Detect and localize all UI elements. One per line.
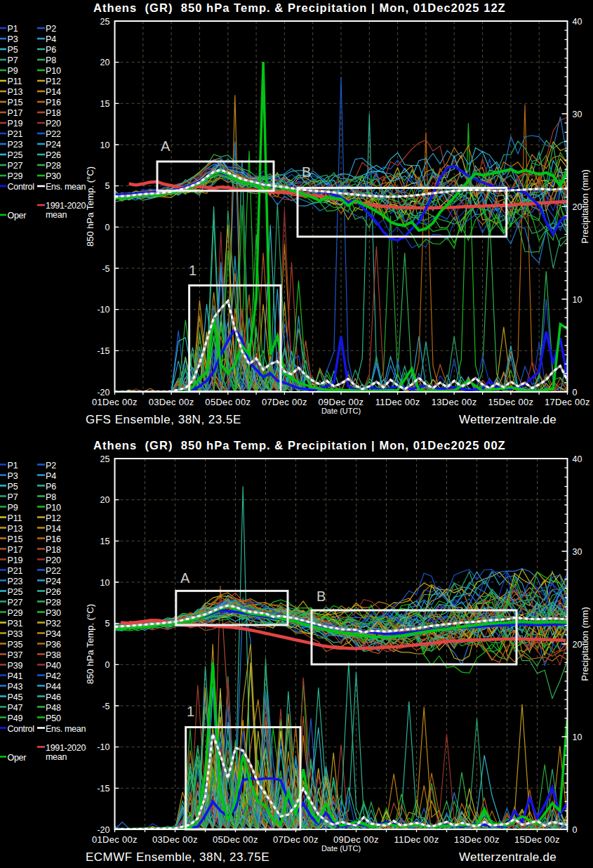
svg-text:P14: P14 (46, 87, 61, 97)
svg-text:1991-2020: 1991-2020 (46, 201, 86, 211)
svg-text:P5: P5 (8, 45, 18, 55)
svg-text:P9: P9 (8, 66, 18, 76)
svg-text:15Dec 00z: 15Dec 00z (488, 397, 533, 407)
svg-text:P37: P37 (8, 650, 23, 660)
svg-text:P22: P22 (46, 129, 61, 139)
svg-text:-10: -10 (97, 742, 109, 752)
svg-text:Date (UTC): Date (UTC) (321, 844, 361, 853)
svg-text:P24: P24 (46, 577, 61, 586)
svg-text:15: 15 (100, 99, 110, 109)
svg-text:P11: P11 (8, 77, 22, 86)
svg-text:P50: P50 (46, 714, 61, 723)
svg-text:P8: P8 (46, 492, 56, 502)
svg-text:1: 1 (187, 704, 194, 719)
svg-text:P12: P12 (46, 513, 61, 523)
svg-text:13Dec 00z: 13Dec 00z (454, 834, 500, 845)
svg-text:P36: P36 (46, 640, 61, 650)
svg-text:P15: P15 (8, 98, 23, 107)
svg-text:P23: P23 (8, 140, 23, 150)
svg-text:Wetterzentrale.de: Wetterzentrale.de (459, 850, 557, 864)
svg-text:20: 20 (100, 58, 110, 67)
svg-text:P24: P24 (46, 140, 61, 150)
svg-text:P2: P2 (46, 24, 56, 34)
svg-text:P9: P9 (8, 503, 18, 513)
svg-text:P39: P39 (8, 661, 23, 671)
svg-text:-15: -15 (97, 346, 109, 356)
svg-text:17Dec 00z: 17Dec 00z (545, 397, 590, 407)
svg-text:Athens (GR) 850 hPa Temp. &: Athens (GR) 850 hPa Temp. & Precipitatio… (93, 1, 506, 14)
svg-text:P40: P40 (46, 661, 61, 671)
svg-text:10: 10 (573, 732, 582, 742)
svg-text:P29: P29 (8, 608, 23, 618)
svg-text:Wetterzentrale.de: Wetterzentrale.de (459, 413, 557, 426)
svg-text:P38: P38 (46, 650, 61, 660)
svg-text:P12: P12 (46, 77, 61, 86)
svg-text:15Dec 00z: 15Dec 00z (514, 834, 560, 845)
svg-text:P20: P20 (46, 555, 61, 565)
svg-text:P33: P33 (8, 629, 23, 639)
svg-text:11Dec 00z: 11Dec 00z (375, 397, 420, 407)
svg-text:B: B (317, 588, 326, 604)
svg-text:P28: P28 (46, 161, 61, 171)
svg-text:Ens. mean: Ens. mean (46, 182, 86, 192)
svg-text:P43: P43 (8, 682, 23, 692)
svg-text:P5: P5 (8, 482, 18, 492)
svg-text:P1: P1 (8, 24, 18, 34)
svg-text:P35: P35 (8, 640, 23, 650)
svg-text:850 hPa Temp. (°C): 850 hPa Temp. (°C) (85, 166, 95, 246)
svg-text:40: 40 (573, 454, 582, 464)
svg-text:Athens (GR) 850 hPa Temp. &: Athens (GR) 850 hPa Temp. & Precipitatio… (93, 439, 506, 452)
svg-text:P27: P27 (8, 598, 23, 607)
svg-text:03Dec 00z: 03Dec 00z (149, 397, 194, 407)
svg-text:mean: mean (46, 752, 67, 762)
svg-text:P23: P23 (8, 577, 23, 586)
svg-text:P42: P42 (46, 671, 61, 681)
svg-text:P10: P10 (46, 66, 61, 76)
svg-text:P7: P7 (8, 492, 18, 502)
svg-text:P17: P17 (8, 545, 23, 555)
svg-text:P27: P27 (8, 161, 23, 171)
svg-text:P18: P18 (46, 108, 61, 118)
svg-text:25: 25 (100, 17, 110, 27)
svg-text:P15: P15 (8, 534, 23, 544)
svg-text:P41: P41 (8, 671, 23, 681)
svg-text:-5: -5 (102, 702, 109, 711)
svg-text:P29: P29 (8, 171, 23, 181)
svg-text:P4: P4 (46, 471, 56, 481)
svg-text:0: 0 (105, 660, 110, 670)
svg-text:P32: P32 (46, 619, 61, 629)
svg-text:P18: P18 (46, 545, 61, 555)
svg-text:850 hPa Temp. (°C): 850 hPa Temp. (°C) (85, 604, 95, 684)
svg-text:01Dec 00z: 01Dec 00z (92, 834, 138, 845)
svg-text:P47: P47 (8, 703, 23, 713)
svg-text:-10: -10 (97, 305, 109, 315)
svg-text:P28: P28 (46, 598, 61, 607)
svg-text:05Dec 00z: 05Dec 00z (205, 397, 251, 407)
svg-text:05Dec 00z: 05Dec 00z (213, 834, 258, 845)
svg-text:P19: P19 (8, 119, 23, 129)
svg-text:P13: P13 (8, 87, 23, 97)
svg-text:P22: P22 (46, 566, 61, 576)
svg-text:P26: P26 (46, 587, 61, 597)
svg-text:P25: P25 (8, 150, 23, 160)
svg-text:P11: P11 (8, 513, 22, 523)
svg-text:P10: P10 (46, 503, 61, 513)
svg-text:-20: -20 (97, 388, 109, 397)
svg-text:P16: P16 (46, 98, 61, 107)
svg-text:P30: P30 (46, 608, 61, 618)
svg-text:P34: P34 (46, 629, 61, 639)
svg-text:Oper: Oper (8, 211, 27, 221)
svg-text:P13: P13 (8, 524, 23, 534)
svg-text:30: 30 (573, 547, 582, 557)
svg-text:10: 10 (100, 578, 110, 588)
svg-text:-5: -5 (102, 264, 109, 274)
svg-text:Date (UTC): Date (UTC) (321, 407, 361, 415)
svg-text:Control: Control (8, 724, 34, 734)
svg-text:P8: P8 (46, 55, 56, 65)
svg-text:1991-2020: 1991-2020 (46, 743, 86, 753)
svg-text:P6: P6 (46, 482, 56, 492)
svg-text:P19: P19 (8, 555, 23, 565)
svg-text:P3: P3 (8, 471, 18, 481)
svg-text:30: 30 (573, 110, 582, 119)
svg-text:Ens. mean: Ens. mean (46, 724, 86, 734)
